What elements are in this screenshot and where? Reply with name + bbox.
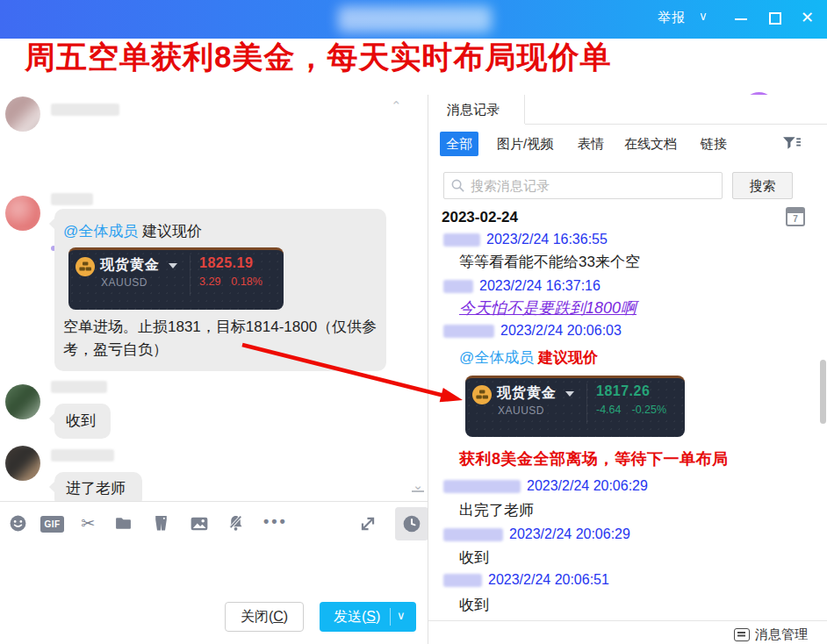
gold-quote-card[interactable]: 现货黄金 XAUUSD 1817.26 -4.64-0.25% bbox=[465, 376, 685, 437]
gif-icon[interactable]: GIF bbox=[40, 514, 60, 533]
quote-change-pct: 0.18% bbox=[231, 275, 262, 288]
sender-name-blurred bbox=[443, 480, 521, 493]
avatar[interactable] bbox=[5, 97, 40, 132]
profit-note: 获利8美金全部离场，等待下一单布局 bbox=[459, 448, 729, 469]
gold-quote-card[interactable]: 现货黄金 XAUUSD 1825.19 3.290.18% bbox=[68, 247, 284, 310]
record-entry-header: 2023/2/24 16:36:55 bbox=[443, 232, 608, 247]
sender-name-blurred bbox=[443, 325, 494, 338]
record-timestamp: 2023/2/24 16:36:55 bbox=[486, 232, 608, 247]
message-records-panel: 消息记录 × 全部 图片/视频 表情 在线文档 链接 搜索 2023-02-24… bbox=[428, 95, 827, 644]
record-text: 收到 bbox=[459, 547, 489, 568]
records-tab[interactable]: 消息记录 × bbox=[428, 95, 525, 124]
window-titlebar: 举报 ∨ ✕ bbox=[0, 0, 827, 39]
record-timestamp: 2023/2/24 20:06:29 bbox=[509, 526, 630, 542]
record-entry-header: 2023/2/24 16:37:16 bbox=[443, 278, 600, 294]
caret-down-icon bbox=[169, 263, 177, 268]
sender-name-blurred bbox=[443, 528, 503, 541]
sender-name-blurred bbox=[51, 193, 93, 205]
close-button[interactable]: 关闭(C) bbox=[225, 602, 304, 632]
record-timestamp: 2023/2/24 20:06:03 bbox=[500, 323, 622, 339]
clothes-icon[interactable] bbox=[152, 514, 171, 533]
record-text: 今天怕不是要跌到1800啊 bbox=[459, 297, 636, 318]
record-text: 收到 bbox=[459, 595, 489, 615]
record-timestamp: 2023/2/24 16:37:16 bbox=[479, 278, 600, 294]
message-manage-icon bbox=[734, 628, 750, 641]
scrollbar-thumb[interactable] bbox=[820, 360, 826, 424]
image-icon[interactable] bbox=[190, 514, 209, 533]
quote-name: 现货黄金 bbox=[497, 384, 557, 403]
sender-name-blurred bbox=[51, 449, 114, 462]
message-manage-button[interactable]: 消息管理 bbox=[734, 626, 808, 643]
search-input[interactable] bbox=[443, 172, 723, 199]
qq-group-chat-window: 举报 ∨ ✕ 聊天 公告 相册 文件 应用 设置 ˅ 课 + ••• 周五空单获… bbox=[0, 0, 827, 644]
filter-media[interactable]: 图片/视频 bbox=[497, 132, 553, 156]
record-text: @全体成员 建议现价 bbox=[459, 347, 598, 368]
message-bubble: 进了老师 bbox=[54, 472, 142, 501]
quote-change: -4.64 bbox=[596, 404, 622, 416]
quote-symbol: XAUUSD bbox=[498, 404, 544, 417]
quote-price: 1817.26 bbox=[596, 383, 666, 399]
record-entry-header: 2023/2/24 20:06:29 bbox=[443, 526, 630, 542]
gold-coin-icon bbox=[76, 257, 95, 280]
sender-name-blurred bbox=[443, 280, 473, 293]
gold-coin-icon bbox=[472, 385, 492, 408]
history-clock-icon[interactable] bbox=[395, 507, 428, 540]
send-options-caret-icon[interactable]: ∨ bbox=[397, 602, 406, 630]
close-tab-icon[interactable]: × bbox=[493, 102, 500, 115]
avatar[interactable] bbox=[5, 384, 40, 419]
emoji-icon[interactable] bbox=[9, 514, 28, 533]
scroll-to-bottom-icon[interactable]: ⌄ bbox=[409, 481, 427, 492]
folder-icon[interactable] bbox=[114, 514, 133, 533]
records-tab-title: 消息记录 bbox=[447, 102, 500, 118]
quote-change-pct: -0.25% bbox=[632, 404, 667, 416]
send-button[interactable]: 发送(S) ∨ bbox=[320, 602, 416, 632]
sender-name-blurred bbox=[51, 104, 119, 116]
reply-text: 收到 bbox=[66, 410, 96, 433]
more-tools-icon[interactable]: ••• bbox=[263, 514, 283, 533]
caret-down-icon bbox=[565, 391, 574, 397]
filter-links[interactable]: 链接 bbox=[701, 132, 727, 156]
avatar[interactable] bbox=[5, 446, 40, 481]
record-timestamp: 2023/2/24 20:06:29 bbox=[527, 478, 648, 494]
message-input-area[interactable]: 关闭(C) 发送(S) ∨ bbox=[0, 544, 428, 644]
avatar[interactable] bbox=[5, 196, 40, 231]
sender-name-blurred bbox=[443, 233, 480, 247]
filter-docs[interactable]: 在线文档 bbox=[624, 132, 677, 156]
message-line: @全体成员 建议现价 bbox=[63, 220, 202, 243]
maximize-button[interactable] bbox=[769, 12, 781, 25]
record-text: 出完了老师 bbox=[459, 500, 534, 520]
quote-price: 1825.19 bbox=[199, 255, 262, 271]
order-note-text: 空单进场。止损1831，目标1814-1800（仅供参考，盈亏自负） bbox=[63, 316, 379, 361]
mention-all[interactable]: @全体成员 bbox=[63, 223, 138, 240]
close-window-button[interactable]: ✕ bbox=[801, 8, 814, 27]
annotation-headline: 周五空单获利8美金，每天实时布局现价单 bbox=[25, 37, 611, 78]
mention-all[interactable]: @全体成员 bbox=[459, 349, 534, 366]
message-bubble: 收到 bbox=[54, 404, 111, 439]
quote-symbol: XAUUSD bbox=[101, 276, 147, 289]
bell-mute-icon[interactable] bbox=[227, 514, 246, 533]
record-entry-header: 2023/2/24 20:06:29 bbox=[443, 478, 648, 494]
advice-title: 建议现价 bbox=[538, 349, 598, 366]
record-entry-header: 2023/2/24 20:06:03 bbox=[443, 323, 622, 339]
reply-text: 进了老师 bbox=[66, 477, 126, 500]
quote-change: 3.29 bbox=[199, 275, 220, 288]
expand-window-icon[interactable] bbox=[358, 514, 378, 533]
minimize-button[interactable] bbox=[735, 18, 747, 20]
record-entry-header: 2023/2/24 20:06:51 bbox=[443, 572, 609, 588]
tab-border bbox=[525, 124, 827, 125]
filter-emoji[interactable]: 表情 bbox=[578, 132, 604, 156]
records-date: 2023-02-24 bbox=[442, 209, 518, 226]
window-title-blurred bbox=[338, 6, 492, 32]
calendar-icon[interactable]: 7 bbox=[786, 207, 805, 226]
chat-message-area: ⌃ 各位上午好呀 14:47:18 @全体成员 建议现价 bbox=[0, 95, 428, 501]
collapse-panel-icon[interactable]: ⌃ bbox=[391, 98, 402, 114]
record-timestamp: 2023/2/24 20:06:51 bbox=[488, 572, 609, 588]
report-button[interactable]: 举报 bbox=[658, 10, 686, 26]
filter-funnel-icon[interactable] bbox=[782, 136, 802, 154]
quote-name: 现货黄金 bbox=[100, 256, 160, 275]
screenshot-scissors-icon[interactable]: ✂ bbox=[81, 514, 100, 533]
sender-name-blurred bbox=[51, 381, 107, 393]
chevron-down-icon[interactable]: ∨ bbox=[699, 9, 708, 23]
filter-all[interactable]: 全部 bbox=[440, 132, 478, 156]
search-button[interactable]: 搜索 bbox=[732, 172, 793, 199]
